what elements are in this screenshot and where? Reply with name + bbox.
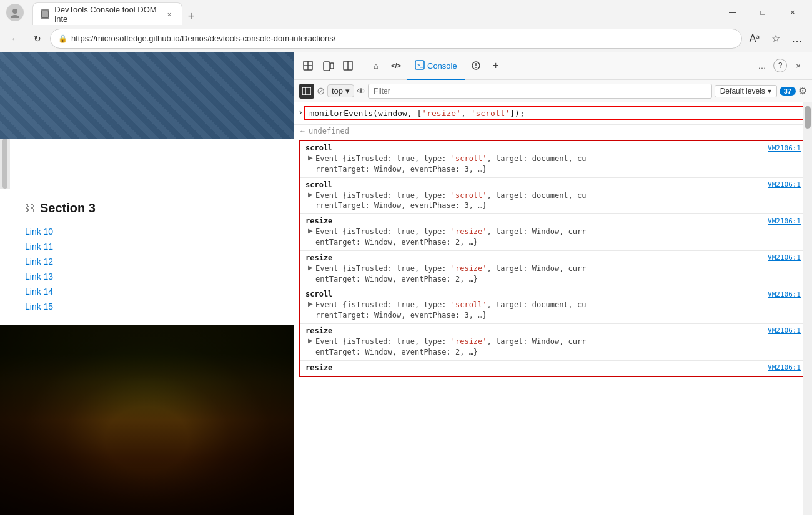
filter-input[interactable] xyxy=(368,84,712,99)
event-entry-resize-1: resize VM2106:1 ▶ Event {isTrusted: true… xyxy=(300,214,806,251)
dock-button[interactable] xyxy=(339,57,357,74)
event-detail-4: ▶ Event {isTrusted: true, type: 'resize'… xyxy=(305,263,801,285)
minimize-button[interactable]: — xyxy=(718,2,747,22)
page-scrollbar[interactable] xyxy=(0,139,10,189)
navigation-bar: ← ↻ 🔒 https://microsoftedge.github.io/De… xyxy=(0,25,812,52)
nav-actions: Aᵃ ☆ … xyxy=(745,29,807,49)
event-type-2: scroll xyxy=(305,180,332,189)
new-tab-button[interactable]: + xyxy=(182,7,200,25)
event-type-5: scroll xyxy=(305,290,332,298)
output-arrow: ← xyxy=(299,127,306,135)
address-text: https://microsoftedge.github.io/Demos/de… xyxy=(71,34,734,43)
nav-link-14[interactable]: Link 14 xyxy=(25,285,269,298)
event-type-6: resize xyxy=(305,326,332,335)
event-header-1: scroll VM2106:1 xyxy=(305,144,801,152)
undefined-text: undefined xyxy=(309,127,349,135)
elements-button[interactable]: </> xyxy=(387,57,405,74)
svg-point-0 xyxy=(12,9,17,14)
read-aloud-button[interactable]: Aᵃ xyxy=(745,29,765,49)
console-toolbar: ⊘ top ▾ 👁 Default levels ▾ 37 ⚙ xyxy=(294,80,812,102)
console-main: › monitorEvents(window, ['resize', 'scro… xyxy=(294,102,812,515)
console-inner[interactable]: › monitorEvents(window, ['resize', 'scro… xyxy=(294,102,812,515)
event-header-6: resize VM2106:1 xyxy=(305,326,801,335)
event-type-7: resize xyxy=(305,363,332,372)
console-output-area: › monitorEvents(window, ['resize', 'scro… xyxy=(294,102,812,515)
event-source-5[interactable]: VM2106:1 xyxy=(768,290,801,298)
add-panel-button[interactable]: + xyxy=(487,57,505,74)
close-devtools-button[interactable]: × xyxy=(790,57,807,74)
help-button[interactable]: ? xyxy=(773,59,787,72)
toolbar-separator-1 xyxy=(362,58,362,73)
window-controls: — □ × xyxy=(718,2,807,22)
back-button[interactable]: ← xyxy=(5,29,25,49)
section-header: ⛓ Section 3 xyxy=(25,201,269,215)
event-source-2[interactable]: VM2106:1 xyxy=(768,180,801,189)
home-button[interactable]: ⌂ xyxy=(367,57,385,74)
web-content: ⛓ Section 3 Link 10 Link 11 Link 12 Link… xyxy=(0,52,294,515)
console-tab[interactable]: >_ Console xyxy=(407,52,465,80)
event-entry-resize-2: resize VM2106:1 ▶ Event {isTrusted: true… xyxy=(300,251,806,288)
nav-link-12[interactable]: Link 12 xyxy=(25,255,269,268)
console-tab-label: Console xyxy=(427,61,457,71)
profile-icon[interactable] xyxy=(5,2,25,22)
levels-arrow: ▾ xyxy=(768,87,771,96)
live-expression-button[interactable]: 👁 xyxy=(357,86,365,96)
tab-close-btn[interactable]: × xyxy=(164,9,174,20)
event-source-3[interactable]: VM2106:1 xyxy=(768,217,801,225)
expand-arrow-3[interactable]: ▶ xyxy=(308,227,313,234)
clear-console-button[interactable]: ⊘ xyxy=(317,85,325,97)
svg-point-1 xyxy=(11,15,19,18)
event-type-4: resize xyxy=(305,253,332,262)
event-obj-2: Event {isTrusted: true, type: 'scroll', … xyxy=(315,190,587,212)
event-detail-2: ▶ Event {isTrusted: true, type: 'scroll'… xyxy=(305,190,801,212)
console-code-input[interactable]: monitorEvents(window, ['resize', 'scroll… xyxy=(304,106,807,120)
nav-link-11[interactable]: Link 11 xyxy=(25,240,269,253)
active-tab[interactable]: DevTools Console tool DOM inte × xyxy=(32,2,182,25)
event-detail-3: ▶ Event {isTrusted: true, type: 'resize'… xyxy=(305,227,801,248)
more-tools-button[interactable]: … xyxy=(753,57,771,74)
sources-button[interactable] xyxy=(467,57,485,74)
event-header-5: scroll VM2106:1 xyxy=(305,290,801,298)
console-tab-icon: >_ xyxy=(415,60,425,72)
event-source-6[interactable]: VM2106:1 xyxy=(768,326,801,335)
event-source-1[interactable]: VM2106:1 xyxy=(768,144,801,152)
close-button[interactable]: × xyxy=(778,2,807,22)
title-bar: DevTools Console tool DOM inte × + — □ × xyxy=(0,0,812,25)
event-source-7[interactable]: VM2106:1 xyxy=(768,363,801,371)
svg-text:>_: >_ xyxy=(417,62,423,68)
context-selector[interactable]: top ▾ xyxy=(327,84,354,97)
favorites-button[interactable]: ☆ xyxy=(766,29,786,49)
expand-arrow-6[interactable]: ▶ xyxy=(308,337,313,344)
more-button[interactable]: … xyxy=(787,29,807,49)
maximize-button[interactable]: □ xyxy=(748,2,777,22)
nav-link-10[interactable]: Link 10 xyxy=(25,225,269,238)
device-emulation-button[interactable] xyxy=(319,57,337,74)
svg-rect-7 xyxy=(324,62,330,71)
expand-arrow-1[interactable]: ▶ xyxy=(308,154,313,161)
inspect-element-button[interactable] xyxy=(299,57,317,74)
console-scrollbar[interactable] xyxy=(803,102,812,515)
event-source-4[interactable]: VM2106:1 xyxy=(768,253,801,262)
prompt-arrow: › xyxy=(299,107,302,117)
nav-link-13[interactable]: Link 13 xyxy=(25,270,269,283)
event-header-3: resize VM2106:1 xyxy=(305,217,801,225)
levels-label: Default levels xyxy=(720,87,765,96)
web-section: ⛓ Section 3 Link 10 Link 11 Link 12 Link… xyxy=(0,189,294,325)
browser-window: DevTools Console tool DOM inte × + — □ ×… xyxy=(0,0,812,515)
console-sidebar-toggle[interactable] xyxy=(299,84,314,99)
tab-bar: DevTools Console tool DOM inte × + xyxy=(32,0,716,25)
event-obj-1: Event {isTrusted: true, type: 'scroll', … xyxy=(315,154,587,175)
event-header-2: scroll VM2106:1 xyxy=(305,180,801,189)
expand-arrow-2[interactable]: ▶ xyxy=(308,191,313,198)
console-settings-button[interactable]: ⚙ xyxy=(798,85,807,97)
address-bar[interactable]: 🔒 https://microsoftedge.github.io/Demos/… xyxy=(50,29,742,49)
event-header-7: resize VM2106:1 xyxy=(305,363,801,372)
nav-link-15[interactable]: Link 15 xyxy=(25,300,269,313)
event-entry-scroll-2: scroll VM2106:1 ▶ Event {isTrusted: true… xyxy=(300,178,806,215)
log-levels-button[interactable]: Default levels ▾ xyxy=(715,85,777,97)
expand-arrow-5[interactable]: ▶ xyxy=(308,300,313,307)
reload-button[interactable]: ↻ xyxy=(27,29,47,49)
event-obj-5: Event {isTrusted: true, type: 'scroll', … xyxy=(315,300,587,321)
event-entry-resize-3: resize VM2106:1 ▶ Event {isTrusted: true… xyxy=(300,324,806,361)
expand-arrow-4[interactable]: ▶ xyxy=(308,264,313,271)
